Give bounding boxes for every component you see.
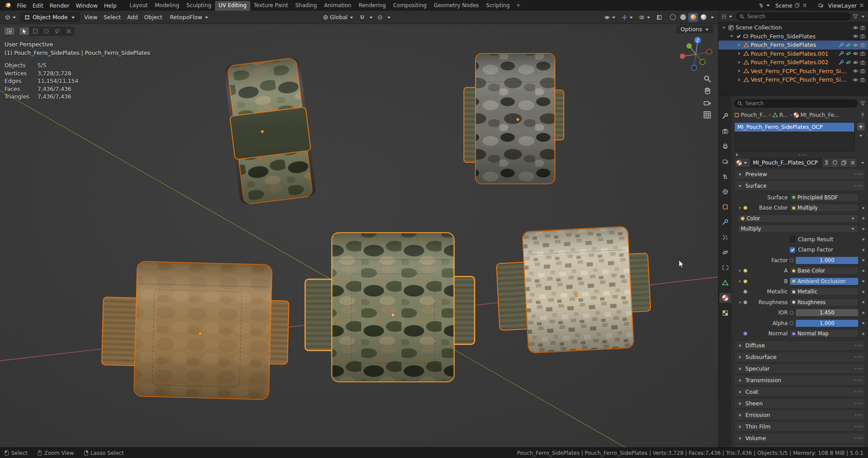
- disable-in-render-icon[interactable]: [860, 51, 865, 56]
- outliner-options-button[interactable]: [860, 14, 866, 19]
- outliner-row-scene-collection[interactable]: Scene Collection: [719, 23, 868, 32]
- panel-transmission[interactable]: Transmission: [734, 375, 865, 385]
- panel-grip[interactable]: [854, 379, 862, 381]
- snap-toggle-button[interactable]: [357, 14, 367, 21]
- properties-tab-physics[interactable]: [719, 248, 731, 257]
- panel-grip[interactable]: [854, 402, 862, 404]
- camera-view-button[interactable]: [703, 99, 711, 107]
- gizmo-minus-z-axis[interactable]: [691, 65, 697, 70]
- panel-grip[interactable]: [854, 344, 862, 347]
- viewport-menu-add[interactable]: Add: [124, 13, 141, 21]
- hide-in-viewport-icon[interactable]: [853, 25, 858, 30]
- workspace-tab-scripting[interactable]: Scripting: [483, 1, 513, 11]
- add-slot-button[interactable]: [856, 122, 865, 131]
- workspace-tab-sculpting[interactable]: Sculpting: [183, 1, 215, 11]
- expand-toggle-icon[interactable]: [736, 77, 742, 83]
- viewport-menu-view[interactable]: View: [81, 13, 101, 21]
- slot-specials-button[interactable]: [856, 132, 865, 139]
- proportional-options-button[interactable]: [386, 14, 392, 21]
- workspace-tab-texture-paint[interactable]: Texture Paint: [250, 1, 292, 11]
- breadcrumb-mesh[interactable]: R...: [773, 112, 788, 118]
- gizmo-minus-x-axis[interactable]: [707, 49, 712, 54]
- scene-unlink-button[interactable]: [802, 3, 807, 8]
- expand-icon[interactable]: [738, 300, 742, 305]
- pouch-object-3[interactable]: [101, 260, 290, 400]
- animate-property-dot[interactable]: [862, 333, 864, 335]
- shading-rendered-button[interactable]: [699, 13, 708, 22]
- viewport-menu-select[interactable]: Select: [100, 13, 124, 21]
- modifier-icon[interactable]: [839, 51, 844, 56]
- gizmo-minus-y-axis[interactable]: [700, 59, 705, 65]
- panel-sheen[interactable]: Sheen: [734, 398, 865, 408]
- outliner-row-vest-ferro-fcpc-pouch-ferro-sidepl[interactable]: Vest_Ferro_FCPC_Pouch_Ferro_SidePl: [719, 67, 868, 76]
- slider-alpha[interactable]: 1.000: [795, 319, 859, 327]
- pouch-object-5[interactable]: [495, 225, 653, 354]
- node-link-principled-bsdf[interactable]: Principled BSDF: [789, 194, 859, 202]
- animate-property-dot[interactable]: [862, 280, 864, 282]
- panel-emission[interactable]: Emission: [734, 410, 865, 420]
- tool-select-circle-button[interactable]: [41, 27, 52, 36]
- scene-new-button[interactable]: [794, 3, 800, 8]
- workspace-tab-modeling[interactable]: Modeling: [151, 1, 183, 11]
- properties-tab-modifiers[interactable]: [719, 217, 731, 227]
- workspace-tab-geometry-nodes[interactable]: Geometry Nodes: [430, 1, 482, 11]
- hide-in-viewport-icon[interactable]: [853, 33, 858, 39]
- workspace-tab-compositing[interactable]: Compositing: [389, 1, 430, 11]
- proportional-edit-button[interactable]: [375, 14, 385, 21]
- expand-toggle-icon[interactable]: [736, 68, 742, 74]
- slider-factor[interactable]: 1.000: [795, 256, 859, 264]
- animate-property-dot[interactable]: [862, 228, 864, 230]
- slider-ior[interactable]: 1.450: [795, 309, 859, 317]
- outliner-row-pouch-ferro-sideplates-002[interactable]: Pouch_Ferro_SidePlates.002: [719, 58, 868, 67]
- panel-grip[interactable]: [854, 414, 862, 416]
- gizmo-y-axis[interactable]: [686, 43, 692, 49]
- node-link-ambient-occlusion[interactable]: Ambient Occlusion: [789, 277, 859, 285]
- gizmos-button[interactable]: [620, 14, 636, 21]
- properties-tab-render[interactable]: [719, 126, 731, 136]
- properties-tab-output[interactable]: [719, 141, 731, 151]
- workspace-tab-animation[interactable]: Animation: [321, 1, 355, 11]
- properties-tab-world[interactable]: [719, 187, 731, 197]
- workspace-tab-shading[interactable]: Shading: [292, 1, 321, 11]
- pouch-object-2[interactable]: [464, 54, 564, 184]
- animate-property-dot[interactable]: [862, 259, 864, 261]
- shading-options-button[interactable]: [709, 14, 715, 21]
- node-link-roughness[interactable]: Roughness: [789, 298, 859, 306]
- shading-solid-button[interactable]: [678, 13, 688, 22]
- menu-edit[interactable]: Edit: [29, 1, 46, 10]
- hide-in-viewport-icon[interactable]: [853, 68, 858, 74]
- panel-subsurface[interactable]: Subsurface: [734, 352, 865, 362]
- disable-in-render-icon[interactable]: [860, 25, 865, 30]
- unlink-material-button[interactable]: [848, 158, 857, 168]
- panel-grip[interactable]: [854, 367, 862, 370]
- viewport-options-button[interactable]: Options: [677, 25, 714, 33]
- node-link-base-color[interactable]: Base Color: [789, 267, 859, 275]
- properties-filter-button[interactable]: [860, 101, 865, 106]
- viewlayer-browse-button[interactable]: [816, 2, 826, 9]
- navigation-gizmo[interactable]: Z: [677, 34, 715, 71]
- expand-toggle-icon[interactable]: [721, 25, 727, 30]
- editor-type-button[interactable]: [3, 14, 19, 21]
- hide-in-viewport-icon[interactable]: [853, 77, 858, 83]
- expand-toggle-icon[interactable]: [729, 33, 734, 39]
- hide-in-viewport-icon[interactable]: [853, 51, 858, 56]
- node-link-normal-map[interactable]: Normal Map: [789, 330, 859, 338]
- expand-icon[interactable]: [738, 279, 742, 284]
- xray-button[interactable]: [654, 14, 664, 21]
- outliner-editor-type-button[interactable]: [721, 13, 734, 20]
- menu-file[interactable]: File: [14, 1, 29, 10]
- animate-property-dot[interactable]: [862, 291, 864, 293]
- grid-view-button[interactable]: [703, 111, 711, 119]
- viewlayer-remove-button[interactable]: [859, 3, 864, 8]
- outliner-row-vest-ferro-fcpc-pouch-ferro-sidepl[interactable]: Vest_Ferro_FCPC_Pouch_Ferro_SidePl: [719, 75, 868, 84]
- viewlayer-name[interactable]: ViewLayer: [828, 2, 857, 9]
- panel-surface[interactable]: Surface: [734, 181, 865, 191]
- disable-in-render-icon[interactable]: [860, 42, 865, 48]
- properties-tab-scene[interactable]: [719, 172, 731, 182]
- collection-checkbox[interactable]: [736, 33, 741, 39]
- disable-in-render-icon[interactable]: [860, 33, 865, 39]
- panel-grip[interactable]: [854, 185, 862, 187]
- viewport-canvas[interactable]: User Perspective (1) Pouch_Ferro_SidePla…: [0, 24, 718, 447]
- scene-browse-button[interactable]: [756, 2, 773, 9]
- outliner-search-input[interactable]: [746, 13, 847, 20]
